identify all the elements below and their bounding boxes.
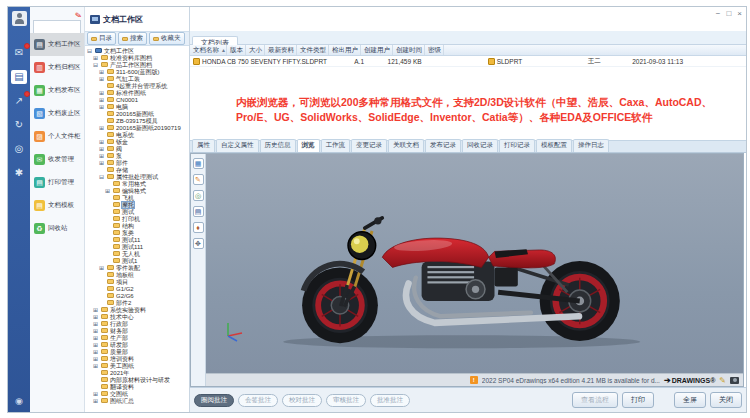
expander-icon[interactable]: ⊞: [93, 398, 99, 404]
column-header[interactable]: 创建用户: [361, 45, 393, 55]
expander-icon[interactable]: ⊞: [99, 104, 105, 110]
detail-tab[interactable]: 操作日志: [573, 139, 609, 152]
sidebar-item[interactable]: ♻ 回收站: [30, 217, 84, 240]
markup-filter-pill[interactable]: 校对批注: [282, 394, 322, 407]
tree-node[interactable]: ⊞ 钣金: [87, 138, 189, 145]
rail-icon[interactable]: ✉: [11, 46, 27, 60]
tree-node[interactable]: 部件2: [87, 299, 189, 306]
tree-node[interactable]: ⊞ 生产部: [87, 334, 189, 341]
tree-node[interactable]: 200165新图纸: [87, 110, 189, 117]
tree-node[interactable]: 结构: [87, 222, 189, 229]
expander-icon[interactable]: ⊞: [93, 307, 99, 313]
expander-icon[interactable]: ⊞: [99, 153, 105, 159]
tree-node[interactable]: ⊞ 311-600(蓝图版): [87, 68, 189, 75]
expander-icon[interactable]: ⊞: [99, 69, 105, 75]
tree-node[interactable]: ⊟ 属性批处理测试: [87, 173, 189, 180]
expander-icon[interactable]: ⊞: [93, 55, 99, 61]
tree-node[interactable]: ⊞ 质量部: [87, 348, 189, 355]
tree-toolbar-button[interactable]: 目录: [87, 32, 116, 45]
detail-tab[interactable]: 工作流: [321, 139, 351, 152]
detail-tab[interactable]: 发布记录: [425, 139, 461, 152]
tree-node[interactable]: 电系统: [87, 131, 189, 138]
tree-node[interactable]: ⊞ 美工图纸: [87, 362, 189, 369]
tree-node[interactable]: ⊞ CN0001: [87, 96, 189, 103]
tree-node[interactable]: ⊞ 校准资料库图档: [87, 54, 189, 61]
rail-icon[interactable]: ↗: [11, 94, 27, 108]
tree-node[interactable]: 摩托: [87, 201, 189, 208]
tree-node[interactable]: ⊟ 产品工作区图档: [87, 61, 189, 68]
column-header[interactable]: 文件类型: [297, 45, 329, 55]
column-header[interactable]: 最新资料: [265, 45, 297, 55]
markup-pen-icon[interactable]: ✎: [719, 376, 726, 385]
expander-icon[interactable]: ⊞: [99, 146, 105, 152]
tree-node[interactable]: ⊞ 电脑: [87, 103, 189, 110]
markup-filter-pill[interactable]: 批准批注: [370, 394, 410, 407]
expander-icon[interactable]: ⊞: [93, 349, 99, 355]
rail-icon[interactable]: ↻: [11, 118, 27, 132]
rail-icon[interactable]: ✱: [11, 166, 27, 180]
tree-node[interactable]: ⊞ 零件装配: [87, 264, 189, 271]
tree-node[interactable]: 存储: [87, 166, 189, 173]
expander-icon[interactable]: ⊞: [93, 391, 99, 397]
sidebar-item[interactable]: ▧ 文档废止区: [30, 102, 84, 125]
expander-icon[interactable]: ⊞: [99, 97, 105, 103]
avatar[interactable]: [12, 11, 27, 26]
tree-node[interactable]: ⊞ 研发部: [87, 341, 189, 348]
tree-node[interactable]: ⊞ 行政部: [87, 320, 189, 327]
detail-tab[interactable]: 模板配置: [536, 139, 572, 152]
user-icon[interactable]: ◉: [15, 396, 23, 406]
viewer-tool-icon[interactable]: ◎: [193, 190, 204, 201]
tree-node[interactable]: 测试111: [87, 243, 189, 250]
column-header[interactable]: 大小: [246, 45, 265, 55]
column-header[interactable]: 创建时间: [393, 45, 425, 55]
markup-filter-pill[interactable]: 圈阅批注: [194, 394, 234, 407]
rail-icon[interactable]: ▤: [11, 70, 27, 84]
snapshot-camera-icon[interactable]: [730, 377, 739, 384]
expander-icon[interactable]: ⊞: [105, 188, 111, 194]
expander-icon[interactable]: ⊞: [93, 356, 99, 362]
expander-icon[interactable]: ⊞: [93, 363, 99, 369]
tree-node[interactable]: 常用格式: [87, 180, 189, 187]
rail-icon[interactable]: ◎: [11, 142, 27, 156]
tree-node[interactable]: ⊞ 200165新图纸20190719: [87, 124, 189, 131]
viewer-tool-icon[interactable]: ▤: [193, 206, 204, 217]
sidebar-item[interactable]: ▦ 文档发布区: [30, 79, 84, 102]
expander-icon[interactable]: ⊞: [93, 342, 99, 348]
sidebar-item[interactable]: ✉ 收发管理: [30, 148, 84, 171]
tree-node[interactable]: 测试1: [87, 257, 189, 264]
expander-icon[interactable]: ⊞: [93, 314, 99, 320]
tree-node[interactable]: ⊞ 编辑格式: [87, 187, 189, 194]
viewer-tool-icon[interactable]: ✥: [193, 238, 204, 249]
viewer-tool-icon[interactable]: ♦: [193, 222, 204, 233]
maximize-button[interactable]: □: [726, 9, 731, 18]
tree-node[interactable]: 测试11: [87, 236, 189, 243]
sidebar-item[interactable]: ▤ 文档模板: [30, 194, 84, 217]
expander-icon[interactable]: ⊟: [93, 62, 99, 68]
markup-filter-pill[interactable]: 会签批注: [238, 394, 278, 407]
column-header[interactable]: 密级: [425, 45, 444, 55]
column-header[interactable]: 文档名称 ▲: [190, 45, 227, 55]
motorcycle-model[interactable]: [254, 161, 662, 365]
viewer-tool-icon[interactable]: ✎: [193, 174, 204, 185]
tree-node[interactable]: ⊞ 部件: [87, 159, 189, 166]
sidebar-item[interactable]: ▥ 文档归档区: [30, 56, 84, 79]
minimize-button[interactable]: −: [716, 9, 721, 18]
detail-tab[interactable]: 自定义属性: [216, 139, 259, 152]
expander-icon[interactable]: ⊞: [99, 265, 105, 271]
tree-node[interactable]: 泵类: [87, 229, 189, 236]
table-row[interactable]: HONDA CB 750 SEVENTY FIFTY.SLDPRT A.1 12…: [190, 56, 746, 67]
tree-node[interactable]: ⊞ 图纸汇总: [87, 397, 189, 404]
tree-node[interactable]: ⊞ 气缸工装: [87, 75, 189, 82]
column-header[interactable]: 检出用户: [329, 45, 361, 55]
expander-icon[interactable]: ⊞: [99, 90, 105, 96]
detail-tab[interactable]: 回收记录: [462, 139, 498, 152]
tree-node[interactable]: 无人机: [87, 250, 189, 257]
expander-icon[interactable]: ⊞: [93, 335, 99, 341]
tree-node[interactable]: ⊞ 技术中心: [87, 313, 189, 320]
tree-node[interactable]: ⊞ 标准件图纸: [87, 89, 189, 96]
expander-icon[interactable]: ⊞: [99, 160, 105, 166]
update-notice[interactable]: 2022 SP04 eDrawings x64 edition 4.21 MB …: [482, 377, 660, 384]
expander-icon[interactable]: ⊟: [99, 174, 105, 180]
detail-tab[interactable]: 属性: [192, 139, 215, 152]
footer-button[interactable]: 关闭: [710, 392, 742, 408]
